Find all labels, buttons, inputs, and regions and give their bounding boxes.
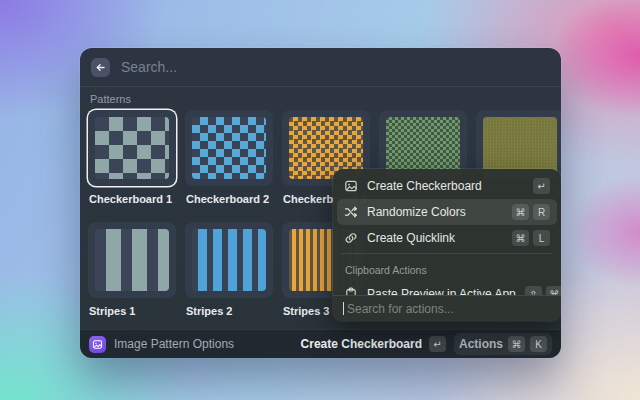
cmd-key-badge: ⌘ [512, 204, 529, 220]
menu-section-clipboard: Clipboard Actions [337, 256, 557, 281]
tile-stripes-1[interactable]: Stripes 1 [88, 222, 176, 318]
checkerboard-preview [192, 117, 266, 179]
menu-item-label: Create Checkerboard [367, 179, 524, 193]
checkerboard-preview [95, 117, 169, 179]
shortcut-keys: ↵ [533, 178, 550, 194]
pattern-card [88, 110, 176, 186]
menu-item-randomize-colors[interactable]: Randomize Colors ⌘ R [337, 199, 557, 225]
stripes-preview [95, 229, 169, 291]
launcher-window: Search... Patterns Checkerboard 1 Checke… [80, 48, 561, 358]
shortcut-keys: ⌘ L [512, 230, 550, 246]
l-key-badge: L [533, 230, 550, 246]
status-bar: Image Pattern Options Create Checkerboar… [80, 329, 561, 358]
arrow-left-icon [95, 62, 106, 73]
actions-search-input[interactable]: Search for actions... [333, 295, 561, 321]
tile-label: Stripes 2 [185, 305, 273, 318]
image-icon [92, 339, 103, 350]
cmd-key-badge: ⌘ [508, 336, 525, 352]
tile-label: Stripes 1 [88, 305, 176, 318]
primary-action-button[interactable]: Create Checkerboard ↵ [301, 336, 446, 352]
actions-label: Actions [459, 337, 503, 351]
tile-label: Checkerboard 1 [88, 193, 176, 206]
return-key-badge: ↵ [429, 336, 446, 352]
pattern-card [185, 222, 273, 298]
actions-search-placeholder: Search for actions... [347, 302, 454, 316]
section-title-patterns: Patterns [90, 93, 551, 105]
tile-label: Checkerboard 2 [185, 193, 273, 206]
menu-item-create-quicklink[interactable]: Create Quicklink ⌘ L [337, 225, 557, 251]
image-icon [344, 179, 358, 193]
back-button[interactable] [91, 58, 110, 77]
shuffle-icon [344, 205, 358, 219]
stripes-preview [192, 229, 266, 291]
tile-checkerboard-1[interactable]: Checkerboard 1 [88, 110, 176, 206]
r-key-badge: R [533, 204, 550, 220]
menu-item-label: Randomize Colors [367, 205, 503, 219]
menu-item-create-checkerboard[interactable]: Create Checkerboard ↵ [337, 173, 557, 199]
k-key-badge: K [530, 336, 547, 352]
primary-action-label: Create Checkerboard [301, 337, 422, 351]
extension-icon [89, 336, 106, 353]
pattern-card [88, 222, 176, 298]
text-cursor [343, 302, 344, 315]
pattern-card [185, 110, 273, 186]
search-input[interactable]: Search... [121, 59, 177, 75]
cmd-key-badge: ⌘ [512, 230, 529, 246]
menu-item-label: Create Quicklink [367, 231, 503, 245]
search-header: Search... [80, 48, 561, 87]
menu-divider [341, 253, 553, 254]
actions-menu-panel: Create Checkerboard ↵ Randomize Colors [333, 169, 561, 321]
actions-menu-button[interactable]: Actions ⌘ K [454, 333, 552, 355]
desktop-background: Search... Patterns Checkerboard 1 Checke… [0, 0, 640, 400]
shortcut-keys: ⌘ R [512, 204, 550, 220]
link-icon [344, 231, 358, 245]
tile-checkerboard-2[interactable]: Checkerboard 2 [185, 110, 273, 206]
tile-stripes-2[interactable]: Stripes 2 [185, 222, 273, 318]
return-key-badge: ↵ [533, 178, 550, 194]
extension-name: Image Pattern Options [114, 337, 293, 351]
